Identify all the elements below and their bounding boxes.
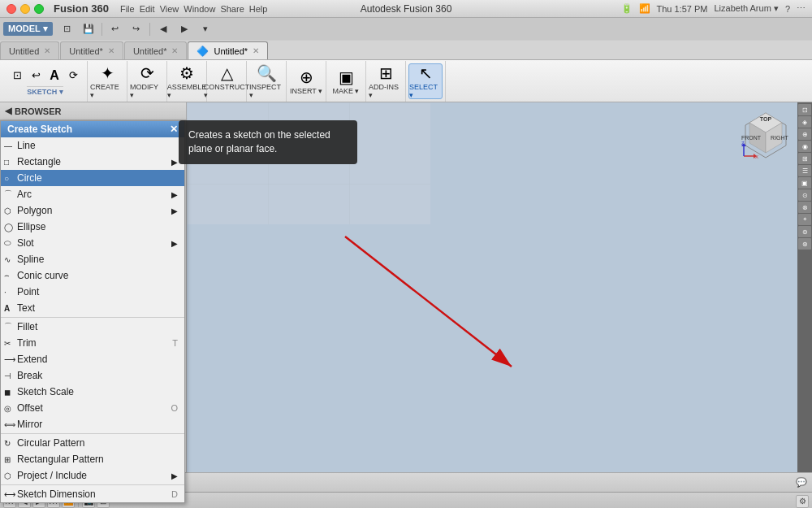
tab-4-close[interactable]: ✕ — [253, 46, 259, 55]
menu-item-mirror[interactable]: ⟺ Mirror — [1, 416, 184, 432]
menu-item-spline-label: Spline — [17, 254, 44, 265]
menu-item-rectangular-pattern[interactable]: ⊞ Rectangular Pattern — [1, 451, 184, 467]
rectangle-submenu-arrow: ▶ — [171, 158, 178, 167]
point-icon: · — [4, 288, 6, 297]
menu-view[interactable]: View — [160, 4, 179, 14]
mirror-icon: ⟺ — [4, 420, 15, 429]
menu-item-trim[interactable]: ✂ Trim T — [1, 335, 184, 351]
right-icon-5[interactable]: ⊞ — [798, 153, 811, 164]
comments-icon-button[interactable]: 💬 — [796, 477, 807, 488]
menu-item-spline[interactable]: ∿ Spline — [1, 251, 184, 267]
new-component-button[interactable]: ⊡ — [58, 20, 77, 38]
right-icon-7[interactable]: ▣ — [798, 177, 811, 189]
tab-3-close[interactable]: ✕ — [171, 46, 178, 55]
menu-item-extend[interactable]: ⟶ Extend — [1, 351, 184, 367]
tab-4[interactable]: 🔷 Untitled* ✕ — [188, 41, 268, 59]
addins-button[interactable]: ⊞ ADD-INS ▾ — [369, 63, 403, 99]
menu-item-conic[interactable]: ⌢ Conic curve — [1, 267, 184, 284]
tab-2[interactable]: Untitled* ✕ — [60, 41, 123, 59]
sketchscale-icon: ◼ — [4, 388, 11, 397]
sketch-icon-4[interactable]: ⟳ — [64, 67, 82, 85]
insert-button[interactable]: ⊕ INSERT ▾ — [289, 63, 323, 99]
menu-item-sketch-dimension[interactable]: ⟷ Sketch Dimension D — [1, 486, 184, 502]
menu-window[interactable]: Window — [184, 4, 215, 14]
timeline-settings-icon[interactable]: ⚙ — [796, 495, 809, 508]
dropdown-header: Create Sketch ✕ — [1, 121, 184, 137]
user-name[interactable]: Lizabeth Arum ▾ — [715, 3, 779, 14]
model-mode-button[interactable]: MODEL ▾ — [3, 22, 53, 36]
circle-icon: ○ — [4, 174, 9, 183]
create-label: CREATE ▾ — [90, 83, 124, 99]
menu-item-circle[interactable]: ○ Circle — [1, 170, 184, 186]
right-icon-8[interactable]: ⊙ — [798, 189, 811, 201]
menu-item-project-include[interactable]: ⬡ Project / Include ▶ — [1, 467, 184, 484]
menu-share[interactable]: Share — [220, 4, 244, 14]
rectangle-icon: □ — [4, 158, 9, 167]
make-button[interactable]: ▣ MAKE ▾ — [329, 63, 363, 99]
svg-text:Z: Z — [741, 141, 745, 145]
tab-1-close[interactable]: ✕ — [44, 46, 50, 55]
menu-item-fillet[interactable]: ⌒ Fillet — [1, 319, 184, 335]
back-button[interactable]: ◀ — [153, 20, 173, 38]
right-icon-11[interactable]: ⊜ — [798, 226, 811, 237]
more-options-button[interactable]: ▾ — [196, 20, 215, 38]
right-icon-6[interactable]: ☰ — [798, 165, 811, 176]
right-icon-9[interactable]: ⊗ — [798, 202, 811, 213]
right-icon-2[interactable]: ◈ — [798, 116, 811, 128]
right-icon-10[interactable]: ⌖ — [798, 214, 811, 225]
right-icon-1[interactable]: ⊡ — [798, 104, 811, 115]
redo-button[interactable]: ↪ — [127, 20, 146, 38]
menu-item-offset[interactable]: ◎ Offset O — [1, 400, 184, 416]
menu-item-point[interactable]: · Point — [1, 284, 184, 300]
right-icon-3[interactable]: ⊕ — [798, 128, 811, 140]
menu-item-sketchscale[interactable]: ◼ Sketch Scale — [1, 384, 184, 400]
timeline-settings-button[interactable]: ⚙ — [796, 495, 809, 508]
menu-item-slot[interactable]: ⬭ Slot ▶ — [1, 235, 184, 251]
help-icon[interactable]: ? — [785, 4, 790, 14]
tab-2-close[interactable]: ✕ — [108, 46, 114, 55]
tab-4-icon: 🔷 — [197, 46, 209, 57]
sketch-dimension-icon: ⟷ — [4, 490, 15, 499]
tooltip-box: Creates a sketch on the selected plane o… — [179, 120, 357, 164]
more-icon[interactable]: ⋯ — [797, 3, 806, 14]
construct-button[interactable]: △ CONSTRUCT ▾ — [209, 63, 244, 99]
create-icon: ✦ — [101, 63, 114, 83]
menu-item-break[interactable]: ⊣ Break — [1, 367, 184, 384]
line-icon: — — [4, 141, 12, 150]
browser-toggle[interactable]: ◀ — [5, 106, 11, 116]
undo-button[interactable]: ↩ — [106, 20, 125, 38]
window-title: Autodesk Fusion 360 — [361, 3, 452, 15]
forward-button[interactable]: ▶ — [175, 20, 194, 38]
sketch-icon-1[interactable]: ⊡ — [8, 67, 26, 85]
menu-item-ellipse-label: Ellipse — [17, 221, 45, 232]
tab-3[interactable]: Untitled* ✕ — [124, 41, 188, 59]
maximize-window-button[interactable] — [34, 4, 44, 14]
tab-1[interactable]: Untitled ✕ — [0, 41, 59, 59]
save-button[interactable]: 💾 — [79, 20, 98, 38]
menu-item-line[interactable]: — Line — [1, 137, 184, 154]
text-icon[interactable]: A — [45, 67, 63, 85]
menu-item-ellipse[interactable]: ◯ Ellipse — [1, 219, 184, 235]
close-window-button[interactable] — [6, 4, 16, 14]
menu-file[interactable]: File — [120, 4, 135, 14]
menu-item-circular-pattern[interactable]: ↻ Circular Pattern — [1, 435, 184, 451]
menu-item-polygon[interactable]: ⬡ Polygon ▶ — [1, 202, 184, 219]
menu-divider-1 — [1, 317, 184, 318]
menu-item-text[interactable]: A Text — [1, 300, 184, 316]
assemble-button[interactable]: ⚙ ASSEMBLE ▾ — [170, 63, 204, 99]
select-button[interactable]: ↖ SELECT ▾ — [408, 63, 443, 99]
menu-edit[interactable]: Edit — [140, 4, 155, 14]
nav-cube[interactable]: TOP FRONT RIGHT X Z — [737, 109, 794, 166]
right-icon-4[interactable]: ◉ — [798, 141, 811, 152]
modify-button[interactable]: ⟳ MODIFY ▾ — [130, 63, 164, 99]
inspect-button[interactable]: 🔍 INSPECT ▾ — [249, 63, 283, 99]
menu-help[interactable]: Help — [249, 4, 268, 14]
minimize-window-button[interactable] — [20, 4, 30, 14]
menu-item-rectangle[interactable]: □ Rectangle ▶ — [1, 154, 184, 170]
dropdown-close-button[interactable]: ✕ — [170, 124, 178, 135]
menu-item-arc[interactable]: ⌒ Arc ▶ — [1, 186, 184, 202]
sketch-icon-2[interactable]: ↩ — [27, 67, 45, 85]
separator — [102, 23, 102, 36]
create-button[interactable]: ✦ CREATE ▾ — [90, 63, 124, 99]
right-icon-12[interactable]: ⊛ — [798, 238, 811, 250]
